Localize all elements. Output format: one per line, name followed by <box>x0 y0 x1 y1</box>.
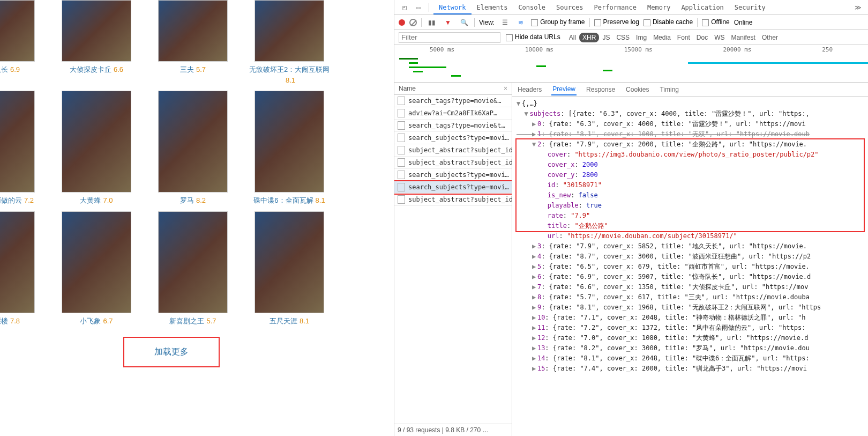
file-icon <box>398 109 405 117</box>
offline-checkbox[interactable]: Offline <box>702 18 729 26</box>
request-row[interactable]: search_tags?type=movie&… <box>394 95 512 107</box>
hide-data-urls-checkbox[interactable]: Hide data URLs <box>506 33 560 41</box>
movie-link[interactable]: 大黄蜂7.0 <box>51 195 142 206</box>
group-by-frame-checkbox[interactable]: Group by frame <box>531 18 585 26</box>
tab-console[interactable]: Console <box>513 2 551 13</box>
file-icon <box>398 171 405 179</box>
tab-sources[interactable]: Sources <box>551 2 589 13</box>
movie-link[interactable]: 海市蜃楼7.8 <box>0 316 46 327</box>
search-icon[interactable]: 🔍 <box>460 18 468 27</box>
filter-input[interactable] <box>399 32 500 43</box>
inspect-icon[interactable]: ◰ <box>400 3 409 12</box>
file-icon <box>398 158 405 167</box>
name-header: Name <box>399 85 416 92</box>
record-icon[interactable] <box>399 19 405 26</box>
filter-doc[interactable]: Doc <box>693 33 711 42</box>
tab-network[interactable]: Network <box>433 2 472 14</box>
request-row[interactable]: adview?ai=Cm2a8FIk6XaP… <box>394 107 512 120</box>
file-icon <box>398 134 405 142</box>
file-icon <box>398 183 405 191</box>
view-list-icon[interactable]: ☰ <box>500 18 509 27</box>
file-icon <box>398 195 405 204</box>
file-icon <box>398 121 405 130</box>
movie-link[interactable]: 碟中谍6：全面瓦解8.1 <box>244 195 335 206</box>
disable-cache-checkbox[interactable]: Disable cache <box>643 18 693 26</box>
movie-link[interactable]: 五尺天涯8.1 <box>244 316 335 327</box>
filter-all[interactable]: All <box>566 33 579 42</box>
load-more-button[interactable]: 加载更多 <box>123 337 220 367</box>
movie-link[interactable]: 罗马8.2 <box>147 195 238 206</box>
close-icon[interactable]: × <box>504 85 507 92</box>
request-row[interactable]: search_subjects?type=movi… <box>394 169 512 181</box>
devtools-panel: ◰ ▭ NetworkElementsConsoleSourcesPerform… <box>394 0 868 436</box>
request-list: Name× search_tags?type=movie&…adview?ai=… <box>394 83 512 436</box>
detail-tab-cookies[interactable]: Cookies <box>625 84 650 95</box>
detail-tab-response[interactable]: Response <box>585 84 616 95</box>
request-row[interactable]: subject_abstract?subject_id… <box>394 144 512 157</box>
request-row[interactable]: subject_abstract?subject_id… <box>394 157 512 169</box>
filter-css[interactable]: CSS <box>613 33 633 42</box>
request-row[interactable]: search_tags?type=movie&t… <box>394 120 512 132</box>
devtools-tab-bar: ◰ ▭ NetworkElementsConsoleSourcesPerform… <box>394 0 868 15</box>
movie-link[interactable]: 大侦探皮卡丘6.6 <box>51 64 142 75</box>
filter-img[interactable]: Img <box>633 33 650 42</box>
request-row[interactable]: search_subjects?type=movi… <box>394 132 512 144</box>
network-toolbar: ▮▮ ▼ 🔍 View: ☰ ≋ Group by frame Preserve… <box>394 15 868 30</box>
request-row[interactable]: subject_abstract?subject_id… <box>394 194 512 206</box>
clear-icon[interactable] <box>409 19 417 26</box>
filter-ws[interactable]: WS <box>711 33 728 42</box>
tab-application[interactable]: Application <box>676 2 729 13</box>
movie-link[interactable]: 小飞象6.7 <box>51 316 142 327</box>
movie-link[interactable]: 新喜剧之王5.7 <box>147 316 238 327</box>
movie-link[interactable]: 惊奇队长6.9 <box>0 64 46 75</box>
online-select[interactable]: Online <box>734 19 753 26</box>
file-icon <box>398 146 405 154</box>
filter-font[interactable]: Font <box>674 33 693 42</box>
tab-security[interactable]: Security <box>729 2 771 13</box>
view-label: View: <box>479 19 495 26</box>
camera-icon[interactable]: ▮▮ <box>428 18 436 27</box>
tab-elements[interactable]: Elements <box>472 2 513 13</box>
detail-panel: HeadersPreviewResponseCookiesTiming ▼{,…… <box>512 83 868 436</box>
more-icon[interactable]: ≫ <box>854 3 862 12</box>
movie-link[interactable]: 三夫5.7 <box>147 64 238 75</box>
filter-icon[interactable]: ▼ <box>444 18 452 27</box>
filter-other[interactable]: Other <box>759 33 781 42</box>
tab-memory[interactable]: Memory <box>642 2 676 13</box>
movie-link[interactable]: 风中有朵雨做的云7.2 <box>0 195 46 206</box>
tab-performance[interactable]: Performance <box>589 2 642 13</box>
filter-xhr[interactable]: XHR <box>579 33 599 42</box>
detail-tab-timing[interactable]: Timing <box>659 84 680 95</box>
request-footer: 9 / 93 requests | 9.8 KB / 270 … <box>394 424 512 436</box>
filter-bar: Hide data URLs AllXHRJSCSSImgMediaFontDo… <box>394 30 868 45</box>
filter-manifest[interactable]: Manifest <box>728 33 759 42</box>
device-icon[interactable]: ▭ <box>414 3 423 12</box>
view-waterfall-icon[interactable]: ≋ <box>517 18 525 27</box>
preserve-log-checkbox[interactable]: Preserve log <box>594 18 639 26</box>
movie-link[interactable]: 无敌破坏王2：大闹互联网8.1 <box>244 64 335 85</box>
request-row[interactable]: search_subjects?type=movi… <box>394 181 512 194</box>
movie-page: 惊奇队长6.9 大侦探皮卡丘6.6 三夫5.7 无敌破坏王2：大闹互联网8.1 … <box>0 0 394 436</box>
timeline[interactable]: 5000 ms10000 ms15000 ms20000 ms250 <box>394 45 868 83</box>
detail-tab-headers[interactable]: Headers <box>517 84 543 95</box>
filter-js[interactable]: JS <box>599 33 613 42</box>
filter-media[interactable]: Media <box>650 33 674 42</box>
file-icon <box>398 97 405 105</box>
json-preview[interactable]: ▼{,…} ▼subjects: [{rate: "6.3", cover_x:… <box>512 97 868 436</box>
detail-tab-preview[interactable]: Preview <box>551 84 577 95</box>
